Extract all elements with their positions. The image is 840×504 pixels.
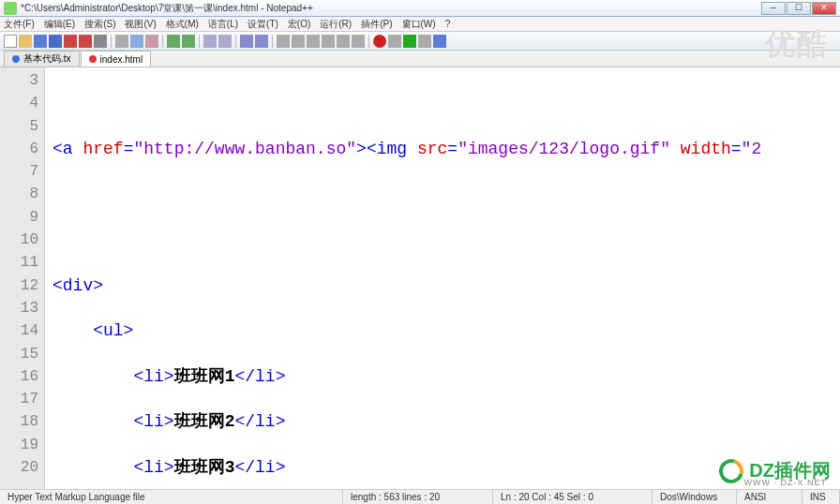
line-number: 6: [0, 138, 38, 160]
toolbar-separator: [235, 35, 236, 48]
close-button[interactable]: ✕: [812, 2, 836, 15]
watermark-top: 优酷: [765, 24, 829, 66]
undo-icon[interactable]: [167, 35, 180, 48]
tab-label: 基本代码.tx: [23, 52, 71, 66]
line-number: 20: [0, 456, 38, 479]
play-macro-icon[interactable]: [403, 35, 416, 48]
status-position: Ln : 20 Col : 45 Sel : 0: [493, 490, 652, 504]
status-length: length : 563 lines : 20: [343, 490, 493, 504]
menu-help[interactable]: ?: [445, 19, 451, 29]
window-title: *C:\Users\Administrator\Desktop\7堂课\第一课\…: [21, 2, 761, 15]
menu-macro[interactable]: 宏(O): [288, 18, 310, 31]
menu-window[interactable]: 窗口(W): [402, 18, 436, 31]
code-line: <li>班班网2</li>: [52, 410, 840, 433]
line-number: 3: [0, 69, 38, 92]
tab-unsaved-icon: [89, 55, 97, 63]
close-all-icon[interactable]: [79, 35, 92, 48]
repeat-macro-icon[interactable]: [418, 35, 431, 48]
line-number: 16: [0, 365, 38, 388]
tab-1[interactable]: index.html: [81, 51, 152, 67]
watermark-sub: WWW · DZ-X.NET: [744, 478, 827, 487]
save-icon[interactable]: [34, 35, 47, 48]
toolbar-separator: [162, 35, 163, 48]
stop-macro-icon[interactable]: [388, 35, 401, 48]
toolbar-separator: [199, 35, 200, 48]
editor-area[interactable]: 3 4 5 6 7 8 9 10 11 12 13 14 15 16 17 18…: [0, 67, 840, 489]
zoom-in-icon[interactable]: [240, 35, 253, 48]
tab-0[interactable]: 基本代码.tx: [4, 51, 80, 67]
find-icon[interactable]: [203, 35, 217, 48]
line-number: 15: [0, 343, 38, 365]
line-number: 7: [0, 160, 38, 183]
cut-icon[interactable]: [115, 35, 128, 48]
minimize-button[interactable]: ─: [761, 2, 786, 15]
print-icon[interactable]: [94, 35, 107, 48]
line-number: 17: [0, 388, 38, 410]
doc-map-icon[interactable]: [337, 35, 350, 48]
func-list-icon[interactable]: [352, 35, 365, 48]
save-all-icon[interactable]: [49, 35, 62, 48]
menu-language[interactable]: 语言(L): [208, 18, 238, 31]
line-number: 14: [0, 319, 38, 342]
sync-scroll-icon[interactable]: [277, 35, 290, 48]
line-number: 10: [0, 229, 38, 251]
menu-settings[interactable]: 设置(T): [248, 18, 278, 31]
menu-run[interactable]: 运行(R): [320, 18, 352, 31]
paste-icon[interactable]: [145, 35, 158, 48]
tab-bar: 基本代码.tx index.html: [0, 51, 840, 67]
menu-file[interactable]: 文件(F): [4, 18, 35, 31]
code-line: <a href="http://www.banban.so"><img src=…: [52, 138, 840, 160]
line-number: 8: [0, 183, 38, 205]
line-number: 13: [0, 297, 38, 319]
window-controls: ─ ☐ ✕: [761, 2, 836, 15]
save-macro-icon[interactable]: [433, 35, 446, 48]
toolbar-separator: [111, 35, 112, 48]
status-encoding: ANSI: [737, 490, 802, 504]
tab-saved-icon: [12, 55, 20, 63]
line-number: 19: [0, 434, 38, 456]
line-number: 5: [0, 115, 38, 138]
code-line: [52, 229, 840, 251]
toolbar-separator: [368, 35, 369, 48]
zoom-out-icon[interactable]: [255, 35, 268, 48]
line-number: 11: [0, 251, 38, 274]
status-eol: Dos\Windows: [652, 490, 737, 504]
toolbar: [0, 32, 840, 51]
menu-edit[interactable]: 编辑(E): [44, 18, 75, 31]
wordwrap-icon[interactable]: [292, 35, 305, 48]
menu-tools[interactable]: 插件(P): [361, 18, 392, 31]
record-macro-icon[interactable]: [373, 35, 386, 48]
copy-icon[interactable]: [130, 35, 143, 48]
menu-bar: 文件(F) 编辑(E) 搜索(S) 视图(V) 格式(M) 语言(L) 设置(T…: [0, 17, 840, 32]
status-bar: Hyper Text Markup Language file length :…: [0, 489, 840, 504]
menu-format[interactable]: 格式(M): [166, 18, 199, 31]
maximize-button[interactable]: ☐: [787, 2, 811, 15]
menu-view[interactable]: 视图(V): [125, 18, 156, 31]
line-number-gutter: 3 4 5 6 7 8 9 10 11 12 13 14 15 16 17 18…: [0, 67, 45, 489]
redo-icon[interactable]: [182, 35, 195, 48]
code-line: [52, 92, 840, 114]
code-line: [52, 183, 840, 205]
open-file-icon[interactable]: [19, 35, 32, 48]
replace-icon[interactable]: [218, 35, 232, 48]
line-number: 12: [0, 274, 38, 297]
code-line: <div>: [52, 274, 840, 297]
toolbar-separator: [272, 35, 273, 48]
close-file-icon[interactable]: [64, 35, 77, 48]
code-content[interactable]: <a href="http://www.banban.so"><img src=…: [45, 67, 840, 489]
indent-guide-icon[interactable]: [322, 35, 335, 48]
show-all-icon[interactable]: [307, 35, 320, 48]
line-number: 9: [0, 206, 38, 229]
code-line: <li>班班网1</li>: [52, 365, 840, 388]
app-icon: [4, 2, 17, 15]
line-number: 18: [0, 410, 38, 433]
status-insert-mode: INS: [802, 490, 840, 504]
menu-search[interactable]: 搜索(S): [84, 18, 115, 31]
new-file-icon[interactable]: [4, 35, 17, 48]
status-filetype: Hyper Text Markup Language file: [0, 490, 343, 504]
code-line: <ul>: [52, 319, 840, 342]
window-titlebar: *C:\Users\Administrator\Desktop\7堂课\第一课\…: [0, 0, 840, 17]
line-number: 4: [0, 92, 38, 114]
tab-label: index.html: [100, 54, 143, 65]
